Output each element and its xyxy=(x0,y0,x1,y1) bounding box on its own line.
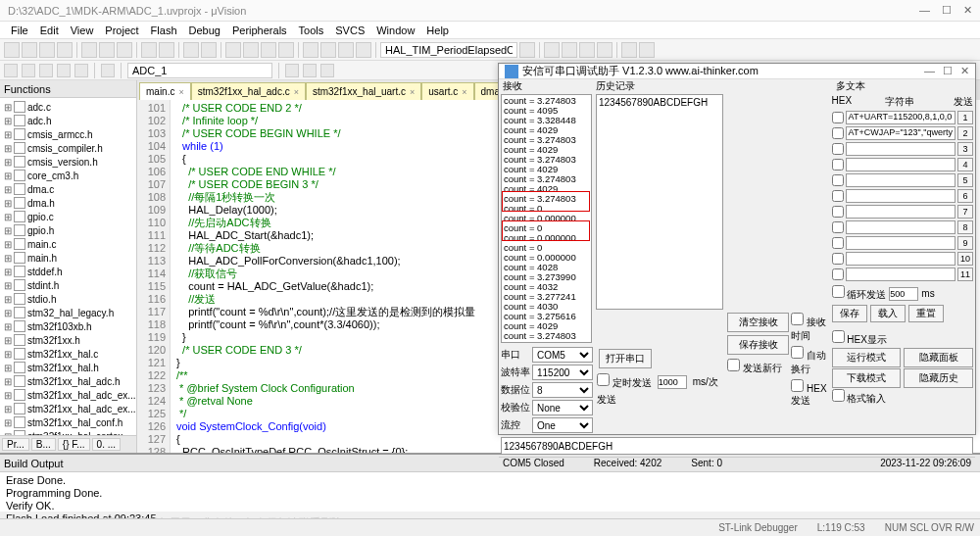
tree-item[interactable]: ⊞stm32f1xx_hal_adc.h xyxy=(0,374,136,388)
history-list[interactable]: 1234567890ABCDEFGH xyxy=(596,94,723,310)
multi-text-input[interactable] xyxy=(846,142,956,156)
serial-maximize-icon[interactable]: ☐ xyxy=(943,65,953,77)
functions-tree[interactable]: ⊞adc.c⊞adc.h⊞cmsis_armcc.h⊞cmsis_compile… xyxy=(0,98,136,435)
file-tab[interactable]: stm32f1xx_hal_adc.c× xyxy=(191,82,306,100)
multi-hex-checkbox[interactable] xyxy=(832,143,844,155)
timed-send-checkbox[interactable] xyxy=(597,373,610,386)
tree-item[interactable]: ⊞stddef.h xyxy=(0,265,136,278)
target-select[interactable] xyxy=(127,63,272,78)
menu-window[interactable]: Window xyxy=(371,24,419,36)
databits-select[interactable]: 8 xyxy=(532,382,593,398)
tree-item[interactable]: ⊞gpio.c xyxy=(0,210,136,223)
menu-view[interactable]: View xyxy=(66,24,99,36)
multi-hex-checkbox[interactable] xyxy=(832,190,844,202)
multi-hex-checkbox[interactable] xyxy=(832,237,844,249)
redo-icon[interactable] xyxy=(159,42,174,58)
reset-button[interactable]: 重置 xyxy=(908,305,944,322)
send-newline-checkbox[interactable] xyxy=(727,359,740,371)
menu-file[interactable]: File xyxy=(6,24,33,36)
tree-item[interactable]: ⊞cmsis_compiler.h xyxy=(0,141,136,155)
bookmark-clear-icon[interactable] xyxy=(278,42,294,58)
run-mode-button[interactable]: 运行模式 xyxy=(832,348,902,367)
multi-text-input[interactable] xyxy=(846,220,956,234)
hex-send-checkbox[interactable] xyxy=(791,379,804,392)
close-tab-icon[interactable]: × xyxy=(410,87,415,97)
close-tab-icon[interactable]: × xyxy=(462,87,466,97)
tree-item[interactable]: ⊞dma.c xyxy=(0,182,136,196)
hide-history-button[interactable]: 隐藏历史 xyxy=(904,368,973,388)
close-tab-icon[interactable]: × xyxy=(178,87,183,97)
download-mode-button[interactable]: 下载模式 xyxy=(832,368,902,388)
panel-tab[interactable]: 0. ... xyxy=(92,438,121,451)
download-icon[interactable] xyxy=(101,64,115,77)
multi-hex-checkbox[interactable] xyxy=(832,174,844,186)
multi-send-button[interactable]: 4 xyxy=(957,158,973,171)
indent-icon[interactable] xyxy=(303,42,318,58)
recv-time-checkbox[interactable] xyxy=(791,313,804,325)
memory-icon[interactable] xyxy=(597,42,612,58)
file-tab[interactable]: usart.c× xyxy=(421,82,473,100)
rebuild-icon[interactable] xyxy=(39,64,53,77)
multi-send-button[interactable]: 10 xyxy=(957,252,973,266)
clear-recv-button[interactable]: 清空接收 xyxy=(727,313,789,332)
build-icon[interactable] xyxy=(22,64,35,77)
multi-text-input[interactable]: AT+CWJAP="123","qwerty xyxy=(846,126,956,140)
multi-send-button[interactable]: 6 xyxy=(957,189,973,203)
undo-icon[interactable] xyxy=(141,42,157,58)
save-recv-button[interactable]: 保存接收 xyxy=(727,335,789,355)
cycle-interval-input[interactable] xyxy=(889,287,918,301)
multi-text-input[interactable] xyxy=(846,252,956,266)
menu-project[interactable]: Project xyxy=(100,24,143,36)
tree-item[interactable]: ⊞stm32f1xx_hal.c xyxy=(0,347,136,361)
multi-send-button[interactable]: 1 xyxy=(957,111,973,124)
tree-item[interactable]: ⊞stdio.h xyxy=(0,292,136,306)
uncomment-icon[interactable] xyxy=(356,42,371,58)
menu-help[interactable]: Help xyxy=(421,24,454,36)
tree-item[interactable]: ⊞adc.c xyxy=(0,100,136,114)
multi-text-input[interactable] xyxy=(846,173,956,187)
multi-text-input[interactable] xyxy=(846,189,956,203)
port-select[interactable]: COM5 xyxy=(532,347,593,363)
panel-tab[interactable]: B... xyxy=(31,438,56,451)
multi-hex-checkbox[interactable] xyxy=(832,127,844,139)
load-button[interactable]: 载入 xyxy=(870,305,906,322)
tree-item[interactable]: ⊞stm32_hal_legacy.h xyxy=(0,306,136,319)
debug-icon[interactable] xyxy=(544,42,560,58)
timed-interval-input[interactable] xyxy=(658,375,687,389)
multi-send-button[interactable]: 7 xyxy=(957,205,973,219)
bookmark-prev-icon[interactable] xyxy=(243,42,259,58)
multi-send-button[interactable]: 11 xyxy=(957,268,973,281)
comment-icon[interactable] xyxy=(338,42,354,58)
serial-minimize-icon[interactable]: — xyxy=(924,65,935,77)
batch-build-icon[interactable] xyxy=(57,64,71,77)
hide-panel-button[interactable]: 隐藏面板 xyxy=(904,348,973,367)
multi-hex-checkbox[interactable] xyxy=(832,253,844,265)
saveall-icon[interactable] xyxy=(57,42,73,58)
file-tab[interactable]: main.c× xyxy=(139,82,191,100)
multi-send-button[interactable]: 2 xyxy=(957,126,973,140)
close-icon[interactable]: ✕ xyxy=(963,4,972,17)
find-icon[interactable] xyxy=(519,42,535,58)
close-tab-icon[interactable]: × xyxy=(294,87,299,97)
baud-select[interactable]: 115200 xyxy=(532,365,593,380)
breakpoint-icon[interactable] xyxy=(562,42,577,58)
panel-tab[interactable]: {} F... xyxy=(58,438,90,451)
multi-text-input[interactable]: AT+UART=115200,8,1,0,0 xyxy=(846,111,956,124)
format-input-checkbox[interactable] xyxy=(832,389,845,402)
tree-item[interactable]: ⊞stdint.h xyxy=(0,278,136,292)
watch-icon[interactable] xyxy=(579,42,595,58)
menu-peripherals[interactable]: Peripherals xyxy=(227,24,292,36)
menu-flash[interactable]: Flash xyxy=(146,24,182,36)
send-input[interactable] xyxy=(501,437,973,455)
paste-icon[interactable] xyxy=(117,42,132,58)
open-port-button[interactable]: 打开串口 xyxy=(599,349,652,368)
tree-item[interactable]: ⊞stm32f1xx_hal_conf.h xyxy=(0,415,136,429)
tree-item[interactable]: ⊞core_cm3.h xyxy=(0,169,136,182)
cut-icon[interactable] xyxy=(81,42,97,58)
history-item[interactable]: 1234567890ABCDEFGH xyxy=(599,97,720,108)
multi-hex-checkbox[interactable] xyxy=(832,268,844,280)
cycle-send-checkbox[interactable] xyxy=(832,285,845,298)
nav-back-icon[interactable] xyxy=(183,42,199,58)
multi-hex-checkbox[interactable] xyxy=(832,206,844,218)
stop-build-icon[interactable] xyxy=(74,64,88,77)
